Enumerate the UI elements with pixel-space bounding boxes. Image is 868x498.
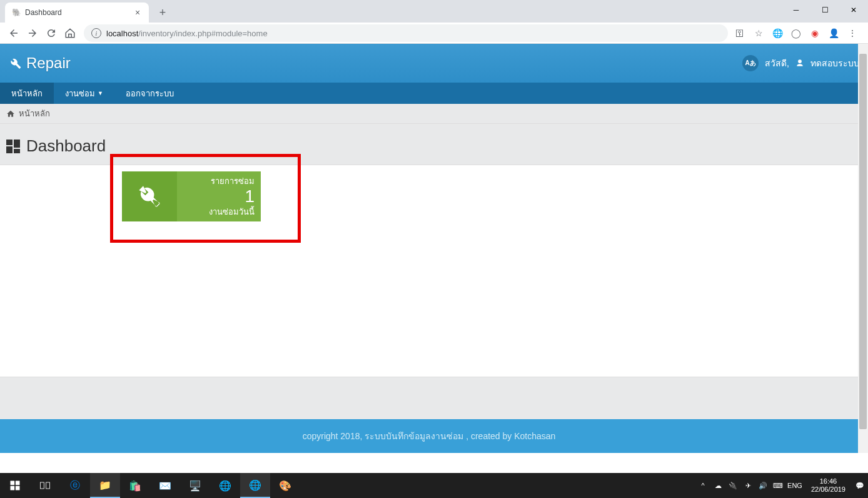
app1-icon[interactable]: 🖥️ [180,473,210,498]
stat-subtitle: งานซ่อมวันนี้ [209,205,255,218]
browser-chrome: 🐘 Dashboard × + ─ ☐ ✕ i localhost/invent… [0,0,868,44]
app-header: Repair Aあ สวัสดี, ทดสอบระบบ [0,44,868,83]
breadcrumb-home[interactable]: หน้าหลัก [19,107,50,120]
chrome1-icon[interactable]: 🌐 [210,473,240,498]
maximize-button[interactable]: ☐ [810,0,839,20]
repair-stat-card[interactable]: รายการซ่อม 1 งานซ่อมวันนี้ [122,171,261,221]
key-icon[interactable]: ⚿ [733,26,747,40]
ext1-icon[interactable]: ◯ [789,26,803,40]
url-path: /inventory/index.php#module=home [138,29,267,38]
chevron-down-icon: ▼ [98,90,103,96]
user-icon [795,59,804,68]
url-host: localhost [106,29,138,38]
toolbar-right: ⚿ ☆ 🌐 ◯ ◉ 👤 ⋮ [733,26,863,40]
reload-button[interactable] [43,24,60,42]
edge-icon[interactable]: ⓔ [60,473,90,498]
brand-text: Repair [26,54,71,72]
content-area: รายการซ่อม 1 งานซ่อมวันนี้ [0,165,868,377]
star-icon[interactable]: ☆ [752,26,765,40]
footer-text: copyright 2018, ระบบบันทึกข้อมูลงานซ่อม … [303,429,556,443]
main-nav: หน้าหลัก งานซ่อม▼ ออกจากระบบ [0,83,868,104]
explorer-icon[interactable]: 📁 [90,473,120,498]
brand[interactable]: Repair [9,54,71,72]
nav-repair[interactable]: งานซ่อม▼ [54,83,114,104]
browser-tab[interactable]: 🐘 Dashboard × [5,3,149,23]
window-controls: ─ ☐ ✕ [782,0,868,20]
power-icon[interactable]: 🔌 [727,480,739,491]
chrome2-icon[interactable]: 🌐 [240,473,270,498]
system-tray: ^ ☁ 🔌 ✈ 🔊 ⌨ ENG 16:46 22/06/2019 💬 [697,477,868,494]
page-title-text: Dashboard [26,136,106,156]
stat-body: รายการซ่อม 1 งานซ่อมวันนี้ [177,171,261,221]
breadcrumb: หน้าหลัก [0,104,868,124]
page-footer: copyright 2018, ระบบบันทึกข้อมูลงานซ่อม … [0,419,858,453]
menu-icon[interactable]: ⋮ [845,26,859,40]
back-button[interactable] [5,24,23,42]
scrollbar-thumb[interactable] [859,54,867,429]
onedrive-icon[interactable]: ☁ [712,480,724,491]
page-viewport: Repair Aあ สวัสดี, ทดสอบระบบ หน้าหลัก งาน… [0,44,868,453]
language-indicator[interactable]: ENG [787,482,802,489]
paint-icon[interactable]: 🎨 [270,473,300,498]
stat-title: รายการซ่อม [211,175,255,188]
username-link[interactable]: ทดสอบระบบ [810,56,859,70]
site-info-icon[interactable]: i [91,28,101,38]
nav-home[interactable]: หน้าหลัก [0,83,54,104]
notification-icon[interactable]: 💬 [854,480,865,491]
clock-time: 16:46 [811,477,845,485]
taskview-button[interactable] [30,473,60,498]
clock-date: 22/06/2019 [811,485,845,494]
tools-icon [122,171,177,221]
stat-count: 1 [245,188,255,205]
page-title: Dashboard [0,124,868,165]
nav-logout[interactable]: ออกจากระบบ [114,83,185,104]
wrench-icon [9,57,21,69]
tab-title: Dashboard [25,8,62,17]
language-button[interactable]: Aあ [742,55,759,71]
close-window-button[interactable]: ✕ [839,0,868,20]
dashboard-icon [6,140,20,153]
clock[interactable]: 16:46 22/06/2019 [806,477,850,494]
start-button[interactable] [0,473,30,498]
home-button[interactable] [61,24,79,42]
ext2-icon[interactable]: ◉ [808,26,822,40]
scrollbar[interactable] [858,44,868,453]
tab-strip: 🐘 Dashboard × + ─ ☐ ✕ [0,0,868,23]
user-area: Aあ สวัสดี, ทดสอบระบบ [742,55,859,71]
mail-icon[interactable]: ✉️ [150,473,180,498]
keyboard-icon[interactable]: ⌨ [772,480,784,491]
svg-rect-1 [46,482,50,489]
address-bar[interactable]: i localhost/inventory/index.php#module=h… [84,24,728,42]
windows-taskbar: ⓔ 📁 🛍️ ✉️ 🖥️ 🌐 🌐 🎨 ^ ☁ 🔌 ✈ 🔊 ⌨ ENG 16:46… [0,473,868,498]
new-tab-button[interactable]: + [154,4,171,21]
minimize-button[interactable]: ─ [782,0,810,20]
browser-toolbar: i localhost/inventory/index.php#module=h… [0,23,868,44]
profile-icon[interactable]: 👤 [827,26,840,40]
svg-rect-0 [41,482,44,489]
store-icon[interactable]: 🛍️ [120,473,150,498]
home-icon [6,109,15,118]
tab-close-icon[interactable]: × [133,8,143,18]
greeting-text: สวัสดี, [765,56,789,70]
translate-icon[interactable]: 🌐 [770,26,784,40]
tray-chevron-icon[interactable]: ^ [697,480,709,491]
volume-icon[interactable]: 🔊 [757,480,769,491]
forward-button[interactable] [24,24,41,42]
favicon-icon: 🐘 [11,8,21,18]
airplane-icon[interactable]: ✈ [742,480,754,491]
